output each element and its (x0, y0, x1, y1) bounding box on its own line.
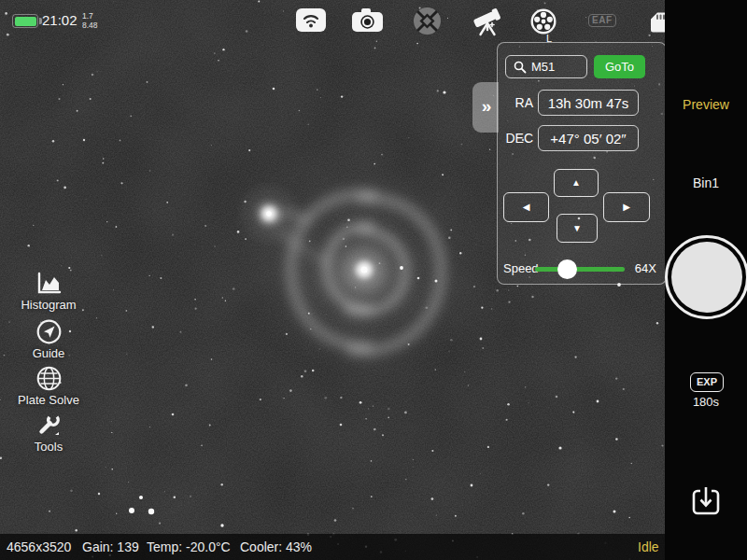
battery-icon (12, 14, 38, 28)
speed-slider-track[interactable] (535, 267, 625, 272)
exposure-button[interactable]: EXP (690, 372, 724, 392)
app-screen: 21:02 1.7 8.48 (0, 0, 747, 560)
speed-slider-thumb[interactable] (557, 259, 577, 279)
menu-label: Tools (11, 440, 86, 454)
cooler-text: Cooler: 43% (240, 534, 312, 560)
temp-text: Temp: -20.0°C (147, 534, 231, 560)
goto-panel: M51 GoTo RA 13h 30m 47s DEC +47° 05′ 02″… (497, 42, 667, 285)
up-arrow-icon: ▲ (571, 177, 581, 188)
camera-icon (352, 7, 383, 33)
guide-icon (36, 319, 62, 344)
ra-label: RA (498, 90, 533, 116)
menu-item-tools[interactable]: Tools (11, 412, 86, 454)
menu-label: Guide (11, 346, 86, 360)
right-sidebar: Preview Bin1 EXP 180s (665, 0, 747, 560)
camera-button[interactable] (352, 7, 383, 33)
resolution-text: 4656x3520 (7, 534, 71, 560)
down-arrow-icon: ▼ (572, 223, 582, 233)
download-icon (687, 483, 725, 521)
gain-text: Gain: 139 (82, 534, 139, 560)
ra-field[interactable]: 13h 30m 47s (538, 90, 639, 116)
menu-label: Plate Solve (11, 393, 86, 407)
panel-collapse-handle[interactable]: ›› (472, 82, 499, 133)
binning-button[interactable]: Bin1 (665, 175, 747, 190)
slew-left-button[interactable]: ◀ (503, 192, 549, 222)
guide-crosshair-button[interactable] (413, 7, 442, 35)
telescope-icon (471, 4, 505, 37)
menu-item-plate-solve[interactable]: Plate Solve (11, 366, 86, 407)
goto-button[interactable]: GoTo (594, 55, 645, 78)
search-icon (514, 61, 527, 74)
status-numbers: 1.7 8.48 (82, 11, 98, 30)
target-search-input[interactable]: M51 (505, 55, 587, 78)
menu-item-histogram[interactable]: Histogram (11, 272, 86, 312)
menu-item-guide[interactable]: Guide (11, 319, 86, 360)
guide-crosshair-icon (413, 7, 442, 35)
mode-preview-tab[interactable]: Preview (665, 97, 747, 112)
status-number-bottom: 8.48 (82, 21, 98, 30)
speed-label: Speed (503, 258, 539, 280)
eaf-button[interactable]: EAF (588, 14, 616, 27)
dec-label: DEC (498, 125, 533, 151)
menu-label: Histogram (11, 298, 86, 312)
wifi-icon (296, 7, 326, 33)
right-arrow-icon: ▶ (623, 202, 630, 212)
shutter-button[interactable] (665, 235, 747, 319)
slew-up-button[interactable]: ▲ (554, 169, 599, 197)
telescope-button[interactable] (471, 4, 505, 37)
search-value: M51 (531, 60, 555, 74)
dec-field[interactable]: +47° 05′ 02″ (538, 125, 639, 151)
bottom-status-bar: 4656x3520 Gain: 139 Temp: -20.0°C Cooler… (0, 534, 665, 560)
status-number-top: 1.7 (82, 11, 98, 21)
speed-value: 64X (635, 258, 656, 280)
tools-wrench-icon (35, 412, 62, 438)
clock: 21:02 (42, 12, 78, 28)
histogram-icon (35, 272, 62, 296)
download-button[interactable] (687, 483, 725, 521)
slew-down-button[interactable]: ▼ (557, 214, 598, 243)
exposure-value: 180s (665, 395, 747, 409)
shutter-inner-circle (671, 242, 742, 313)
wifi-button[interactable] (296, 7, 326, 33)
filter-wheel-button[interactable] (530, 8, 557, 35)
left-arrow-icon: ◀ (523, 202, 530, 212)
plate-solve-globe-icon (36, 366, 62, 391)
status-badge: Idle (638, 534, 659, 560)
filter-wheel-icon (530, 8, 557, 35)
slew-right-button[interactable]: ▶ (603, 192, 650, 222)
